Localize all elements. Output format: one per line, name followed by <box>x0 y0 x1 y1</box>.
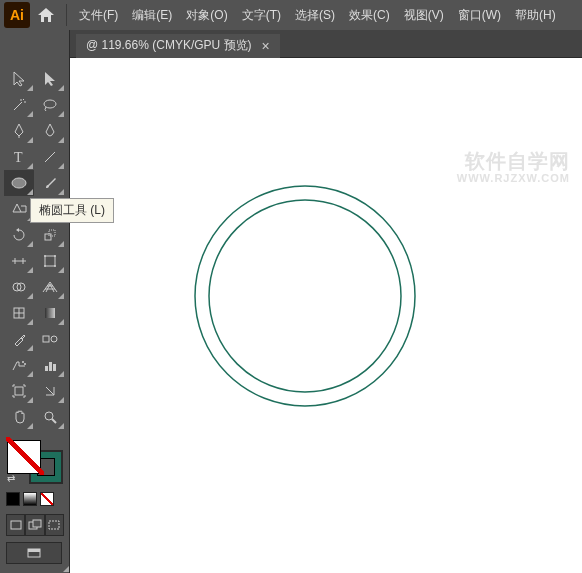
shape-builder-tool[interactable] <box>4 274 34 300</box>
svg-rect-21 <box>45 366 48 371</box>
color-none[interactable] <box>40 492 54 506</box>
svg-rect-32 <box>28 549 40 552</box>
svg-point-34 <box>209 200 401 392</box>
menubar: Ai 文件(F) 编辑(E) 对象(O) 文字(T) 选择(S) 效果(C) 视… <box>0 0 582 30</box>
slice-tool[interactable] <box>35 378 65 404</box>
watermark-line2: WWW.RJZXW.COM <box>457 172 570 184</box>
menu-select[interactable]: 选择(S) <box>289 3 341 28</box>
svg-rect-17 <box>43 336 49 342</box>
ellipse-tool-tooltip: 椭圆工具 (L) <box>30 198 114 223</box>
svg-rect-30 <box>49 521 59 529</box>
svg-rect-22 <box>49 362 52 371</box>
type-tool[interactable]: T <box>4 144 34 170</box>
svg-point-20 <box>24 363 26 365</box>
svg-point-7 <box>44 255 46 257</box>
lasso-tool[interactable] <box>35 92 65 118</box>
document-tabbar: @ 119.66% (CMYK/GPU 预览) × <box>0 30 582 58</box>
menu-help[interactable]: 帮助(H) <box>509 3 562 28</box>
document-tab[interactable]: @ 119.66% (CMYK/GPU 预览) × <box>76 34 280 58</box>
svg-rect-29 <box>33 520 41 527</box>
svg-rect-6 <box>45 256 55 266</box>
swap-fill-stroke-icon[interactable]: ⇄ <box>7 473 15 484</box>
watermark: 软件自学网 WWW.RJZXW.COM <box>457 150 570 184</box>
color-solid[interactable] <box>6 492 20 506</box>
perspective-grid-tool[interactable] <box>35 274 65 300</box>
svg-rect-16 <box>45 308 55 318</box>
tab-close-icon[interactable]: × <box>262 38 270 54</box>
pen-tool[interactable] <box>4 118 34 144</box>
svg-point-25 <box>45 412 53 420</box>
fill-swatch[interactable] <box>7 440 41 474</box>
artwork-circles <box>185 176 425 416</box>
ellipse-tool[interactable] <box>4 170 34 196</box>
selection-tool[interactable] <box>4 66 34 92</box>
menu-file[interactable]: 文件(F) <box>73 3 124 28</box>
menu-window[interactable]: 窗口(W) <box>452 3 507 28</box>
home-icon[interactable] <box>32 2 60 28</box>
svg-rect-4 <box>45 234 51 240</box>
color-gradient[interactable] <box>23 492 37 506</box>
draw-behind[interactable] <box>25 514 44 536</box>
svg-line-26 <box>52 419 56 423</box>
svg-point-19 <box>22 361 24 363</box>
svg-point-8 <box>54 255 56 257</box>
mesh-tool[interactable] <box>4 300 34 326</box>
app-logo: Ai <box>4 2 30 28</box>
draw-normal[interactable] <box>6 514 25 536</box>
menu-effect[interactable]: 效果(C) <box>343 3 396 28</box>
svg-text:T: T <box>14 150 23 164</box>
draw-inside[interactable] <box>45 514 64 536</box>
eyedropper-tool[interactable] <box>4 326 34 352</box>
menu-type[interactable]: 文字(T) <box>236 3 287 28</box>
zoom-tool[interactable] <box>35 404 65 430</box>
svg-point-3 <box>12 178 26 188</box>
svg-point-33 <box>195 186 415 406</box>
screen-mode-row <box>0 542 70 570</box>
draw-mode-row <box>0 508 70 542</box>
fill-stroke-control[interactable]: ⇄ <box>5 438 65 486</box>
column-graph-tool[interactable] <box>35 352 65 378</box>
document-tab-title: @ 119.66% (CMYK/GPU 预览) <box>86 37 252 54</box>
scale-tool[interactable] <box>35 222 65 248</box>
color-mode-row <box>0 490 70 508</box>
gradient-tool[interactable] <box>35 300 65 326</box>
svg-rect-5 <box>49 230 55 236</box>
canvas[interactable]: 软件自学网 WWW.RJZXW.COM <box>70 58 582 573</box>
svg-point-18 <box>51 336 57 342</box>
paintbrush-tool[interactable] <box>35 170 65 196</box>
svg-rect-23 <box>53 364 56 371</box>
blend-tool[interactable] <box>35 326 65 352</box>
menu-object[interactable]: 对象(O) <box>180 3 233 28</box>
free-transform-tool[interactable] <box>35 248 65 274</box>
direct-selection-tool[interactable] <box>35 66 65 92</box>
magic-wand-tool[interactable] <box>4 92 34 118</box>
separator <box>66 4 67 26</box>
svg-point-0 <box>44 100 56 108</box>
symbol-sprayer-tool[interactable] <box>4 352 34 378</box>
svg-line-2 <box>45 152 55 162</box>
line-tool[interactable] <box>35 144 65 170</box>
artboard-tool[interactable] <box>4 378 34 404</box>
svg-rect-24 <box>15 387 23 395</box>
menu-edit[interactable]: 编辑(E) <box>126 3 178 28</box>
watermark-line1: 软件自学网 <box>457 150 570 172</box>
width-tool[interactable] <box>4 248 34 274</box>
toolbar: T ⇄ ••• <box>0 30 70 573</box>
svg-point-10 <box>54 265 56 267</box>
screen-mode[interactable] <box>6 542 62 564</box>
hand-tool[interactable] <box>4 404 34 430</box>
svg-point-9 <box>44 265 46 267</box>
rotate-tool[interactable] <box>4 222 34 248</box>
curvature-tool[interactable] <box>35 118 65 144</box>
menu-view[interactable]: 视图(V) <box>398 3 450 28</box>
svg-rect-27 <box>11 521 21 529</box>
